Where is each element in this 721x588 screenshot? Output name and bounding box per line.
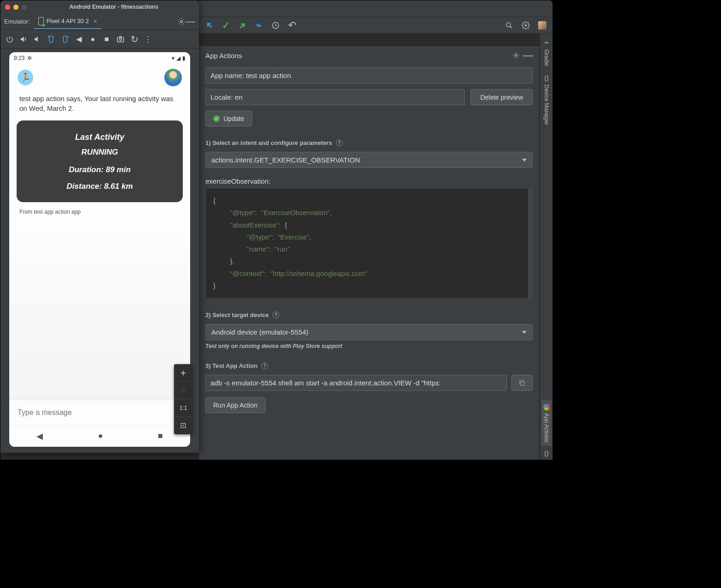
phone-statusbar: 9:23 ✲ ▾ ◢ ▮ xyxy=(9,52,190,64)
update-button[interactable]: ✓ Update xyxy=(205,111,252,126)
emulator-titlebar[interactable]: Android Emulator - fitnessactions xyxy=(0,0,199,13)
assistant-message: test app action says, Your last running … xyxy=(9,91,190,116)
app-actions-tool-button[interactable]: App Actions xyxy=(541,400,552,446)
phone-screen[interactable]: 9:23 ✲ ▾ ◢ ▮ 🏃 test app action says, You… xyxy=(9,52,190,447)
nav-overview-icon[interactable]: ■ xyxy=(102,35,111,44)
settings-status-icon: ✲ xyxy=(27,55,32,61)
section-3-label: 3) Test App Action? xyxy=(205,362,533,369)
card-source: From test app action app xyxy=(9,207,190,217)
device-hint: Test only on running device with Play St… xyxy=(205,343,533,349)
emulator-window-title: Android Emulator - fitnessactions xyxy=(33,4,194,10)
right-tool-strip: Gradle Device Manager App Actions xyxy=(540,34,553,460)
window-maximize-icon xyxy=(22,5,27,10)
rotate-left-icon[interactable] xyxy=(47,35,56,44)
running-icon: 🏃 xyxy=(18,70,33,85)
zoom-out-button[interactable]: － xyxy=(174,382,192,399)
device-manager-tool-button[interactable]: Device Manager xyxy=(541,72,552,128)
svg-rect-3 xyxy=(521,382,524,385)
signal-icon: ◢ xyxy=(176,55,180,61)
nav-overview-icon[interactable]: ■ xyxy=(158,431,163,441)
emulator-tab-label: Emulator: xyxy=(4,18,30,25)
gear-icon[interactable] xyxy=(521,21,530,30)
svg-rect-8 xyxy=(63,36,67,42)
ide-toolbar: ➔ ✓ ➔ ↯ ↶ xyxy=(199,17,553,34)
gear-icon[interactable] xyxy=(177,17,186,26)
nav-back-icon[interactable]: ◀ xyxy=(74,35,84,44)
section-2-label: 2) Select target device? xyxy=(205,312,533,318)
window-minimize-icon[interactable] xyxy=(13,5,18,10)
svg-rect-5 xyxy=(545,451,548,456)
svg-rect-7 xyxy=(49,36,53,42)
svg-point-1 xyxy=(506,23,511,27)
nav-home-icon[interactable]: ● xyxy=(88,35,97,44)
run-app-action-button[interactable]: Run App Action xyxy=(205,397,265,413)
phone-navbar: ◀ ● ■ xyxy=(9,425,190,447)
chevron-down-icon xyxy=(522,331,527,334)
nav-back-icon[interactable]: ◀ xyxy=(36,431,43,441)
rotate-right-icon[interactable] xyxy=(60,35,70,44)
emulator-window: Android Emulator - fitnessactions Emulat… xyxy=(0,0,199,453)
gradle-tool-button[interactable]: Gradle xyxy=(541,36,552,70)
activity-card[interactable]: Last Activity RUNNING Duration: 89 min D… xyxy=(17,120,183,202)
arrow-sync-icon[interactable]: ↯ xyxy=(252,18,265,31)
wifi-icon: ▾ xyxy=(172,55,174,61)
undo-icon[interactable]: ↶ xyxy=(288,21,297,30)
volume-up-icon[interactable] xyxy=(19,35,28,44)
clock-icon[interactable] xyxy=(271,21,280,30)
check-icon[interactable]: ✓ xyxy=(221,21,230,30)
check-circle-icon: ✓ xyxy=(213,115,220,122)
chevron-down-icon xyxy=(522,159,527,162)
help-icon[interactable]: ? xyxy=(272,312,279,318)
power-icon[interactable] xyxy=(5,35,14,44)
minimize-icon[interactable]: — xyxy=(186,17,195,26)
svg-point-2 xyxy=(515,54,517,56)
fit-screen-button[interactable] xyxy=(174,417,192,434)
avatar-icon[interactable] xyxy=(538,21,547,30)
help-icon[interactable]: ? xyxy=(336,139,343,146)
nav-home-icon[interactable]: ● xyxy=(98,431,103,441)
battery-icon: ▮ xyxy=(182,55,186,61)
delete-preview-button[interactable]: Delete preview xyxy=(470,89,533,105)
arrow-out-icon[interactable]: ➔ xyxy=(236,18,249,31)
device-tool-icon[interactable] xyxy=(541,448,552,460)
ide-menubar xyxy=(199,0,553,17)
device-select[interactable]: Android device (emulator-5554) xyxy=(205,324,533,340)
svg-rect-4 xyxy=(545,76,548,81)
screenshot-icon[interactable] xyxy=(116,35,125,44)
svg-point-6 xyxy=(180,20,183,23)
app-actions-panel: App Actions — App name: test app action … xyxy=(199,47,540,460)
zoom-controls: ＋ － 1:1 xyxy=(174,364,192,434)
intent-select[interactable]: actions.intent.GET_EXERCISE_OBSERVATION xyxy=(205,152,533,168)
help-icon[interactable]: ? xyxy=(261,362,268,369)
volume-down-icon[interactable] xyxy=(33,35,42,44)
search-icon[interactable] xyxy=(505,21,514,30)
svg-rect-9 xyxy=(117,37,124,42)
locale-field[interactable]: Locale: en xyxy=(205,89,465,105)
json-editor[interactable]: { "@type": "ExerciseObservation", "about… xyxy=(205,188,533,299)
svg-point-10 xyxy=(120,38,122,41)
record-icon[interactable]: ↻ xyxy=(130,35,139,44)
close-tab-icon[interactable]: × xyxy=(93,18,97,25)
panel-minimize-icon[interactable]: — xyxy=(523,51,533,60)
arrow-in-icon[interactable]: ➔ xyxy=(203,18,216,31)
device-icon xyxy=(38,17,44,25)
emulator-toolbar: ◀ ● ■ ↻ ⋮ xyxy=(0,30,199,48)
section-1-label: 1) Select an intent and configure parame… xyxy=(205,139,533,146)
panel-title: App Actions xyxy=(205,52,242,60)
panel-gear-icon[interactable] xyxy=(511,51,521,60)
window-close-icon[interactable] xyxy=(5,5,10,10)
zoom-in-button[interactable]: ＋ xyxy=(174,364,192,382)
copy-button[interactable] xyxy=(511,375,533,391)
message-input[interactable]: Type a message xyxy=(9,400,190,425)
zoom-ratio[interactable]: 1:1 xyxy=(174,399,192,417)
more-icon[interactable]: ⋮ xyxy=(144,35,153,44)
adb-command-field[interactable]: adb -s emulator-5554 shell am start -a a… xyxy=(205,375,507,391)
emulator-device-tab[interactable]: Pixel 4 API 30 2 × xyxy=(34,14,102,29)
param-label: exerciseObservation: xyxy=(205,177,533,185)
app-name-field[interactable]: App name: test app action xyxy=(205,67,533,84)
user-avatar[interactable] xyxy=(164,69,182,86)
